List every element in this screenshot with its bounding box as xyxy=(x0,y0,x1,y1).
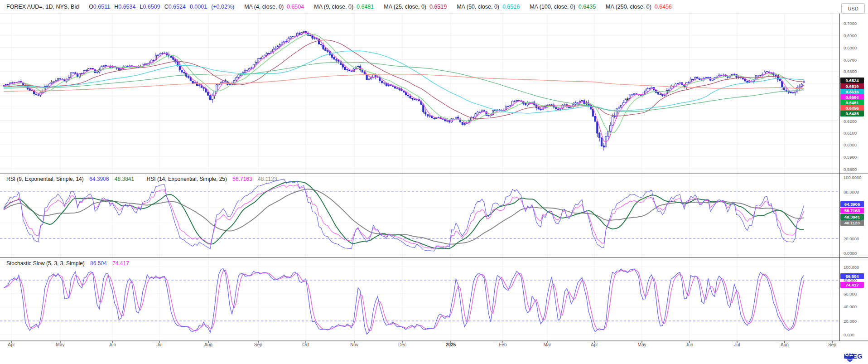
ma-legend-item[interactable]: MA (9, close, 0) 0.6481 xyxy=(314,4,374,10)
month-label: May xyxy=(56,342,65,347)
price-badge: 74.417 xyxy=(840,282,864,288)
axis-label: 0.6000 xyxy=(844,142,857,147)
axis-label: 0.5900 xyxy=(844,155,857,160)
ohlc-item: O0.6511 xyxy=(89,4,110,10)
currency-chip: USD xyxy=(841,3,865,14)
month-label: Apr xyxy=(8,342,15,347)
month-label: 2025 xyxy=(446,342,456,347)
month-label: Oct xyxy=(302,342,309,347)
price-badge: 86.504 xyxy=(840,273,864,279)
price-badge: 0.6524 xyxy=(840,78,864,83)
stochastic-legend-title: Stochastic Slow (5, 3, 3, Simple) xyxy=(6,260,85,267)
axis-label: 0.6900 xyxy=(844,33,857,38)
instrument-title: FOREX AUD=, 1D, NYS, Bid xyxy=(6,4,79,10)
month-label: Aug xyxy=(204,342,212,347)
axis-label: 20.0000 xyxy=(844,236,859,241)
ohlc-item: L0.6509 xyxy=(140,4,160,10)
lseg-logo: LSEG xyxy=(844,353,863,360)
price-badge: 0.6456 xyxy=(840,105,864,111)
price-badge: 48.3841 xyxy=(840,214,864,220)
price-badge: 0.6481 xyxy=(840,100,864,106)
axis-label: 0.5800 xyxy=(844,167,857,172)
rsi-legend-title-1: RSI (9, Exponential, Simple, 14) xyxy=(6,176,84,182)
axis-label: 40.000 xyxy=(844,304,857,309)
stochastic-legend[interactable]: Stochastic Slow (5, 3, 3, Simple) 86.504… xyxy=(6,260,133,267)
stochastic-d-value: 74.417 xyxy=(112,260,129,267)
ma-legend-item[interactable]: MA (4, close, 0) 0.6504 xyxy=(244,4,304,10)
price-badge: 0.6504 xyxy=(840,94,864,100)
rsi-smooth-value-2: 48.1123 xyxy=(258,176,277,182)
month-label: Sep xyxy=(254,342,262,347)
month-label: Jul xyxy=(157,342,163,347)
price-badge: 0.6435 xyxy=(840,111,864,116)
month-label: Aug xyxy=(781,342,789,347)
ohlc-item: C0.6524 xyxy=(164,4,186,10)
month-label: Dec xyxy=(398,342,406,347)
rsi-value-2: 56.7163 xyxy=(232,176,252,182)
axis-label: 0.6800 xyxy=(844,45,857,50)
rsi-smooth-value-1: 48.3841 xyxy=(115,176,134,182)
stochastic-k-value: 86.504 xyxy=(90,260,107,267)
axis-label: 100.0000 xyxy=(844,175,862,180)
lseg-crest-icon xyxy=(844,353,856,363)
axis-label: 80.0000 xyxy=(844,189,859,194)
price-badge: 0.6516 xyxy=(840,89,864,95)
rsi-legend-title-2: RSI (14, Exponential, Simple, 25) xyxy=(147,176,227,182)
ohlc-item: H0.6534 xyxy=(114,4,135,10)
price-badge: 64.3906 xyxy=(840,201,864,207)
time-axis[interactable]: AprMayJunJulAugSepOctNovDec2025FebMarApr… xyxy=(0,342,839,349)
month-label: Apr xyxy=(591,342,598,347)
month-label: Jul xyxy=(734,342,740,347)
rsi-legend[interactable]: RSI (9, Exponential, Simple, 14) 64.3906… xyxy=(6,176,281,182)
ohlc-values: O0.6511H0.6534L0.6509C0.65240.0001(+0.02… xyxy=(89,4,244,10)
ohlc-item: (+0.02%) xyxy=(211,4,234,10)
axis-label: 0.6700 xyxy=(844,58,857,63)
month-label: Jun xyxy=(109,342,116,347)
axis-label: 0.6600 xyxy=(844,69,857,74)
month-label: Sep xyxy=(828,342,836,347)
chart-window: FOREX AUD=, 1D, NYS, Bid O0.6511H0.6534L… xyxy=(0,0,868,364)
month-label: Feb xyxy=(499,342,506,347)
axis-label: 20.000 xyxy=(844,319,857,324)
ma-legend-item[interactable]: MA (25, close, 0) 0.6519 xyxy=(384,4,447,10)
axis-label: 0.6200 xyxy=(844,119,857,124)
month-label: Mar xyxy=(543,342,551,347)
axis-label: 0.7000 xyxy=(844,21,857,26)
ma-legend-items: MA (4, close, 0) 0.6504MA (9, close, 0) … xyxy=(244,4,682,10)
ohlc-item: 0.0001 xyxy=(190,4,207,10)
ma-legend-item[interactable]: MA (100, close, 0) 0.6435 xyxy=(530,4,596,10)
axis-label: 60.000 xyxy=(844,291,857,296)
axis-label: 100.000 xyxy=(844,265,859,270)
month-label: Nov xyxy=(350,342,358,347)
price-badge: 48.1123 xyxy=(840,220,864,226)
chart-header-legend[interactable]: FOREX AUD=, 1D, NYS, Bid O0.6511H0.6534L… xyxy=(0,0,868,14)
price-badge: 56.7163 xyxy=(840,208,864,214)
axis-label: 0.000 xyxy=(844,332,854,337)
price-badge: 0.6519 xyxy=(840,83,864,89)
axis-label: 0.6100 xyxy=(844,131,857,136)
ma-legend-item[interactable]: MA (50, close, 0) 0.6516 xyxy=(457,4,520,10)
ma-legend-item[interactable]: MA (250, close, 0) 0.6456 xyxy=(606,4,672,10)
rsi-value-1: 64.3906 xyxy=(89,176,109,182)
month-label: Jun xyxy=(686,342,693,347)
month-label: May xyxy=(638,342,646,347)
axis-label: 0.0000 xyxy=(844,251,857,256)
